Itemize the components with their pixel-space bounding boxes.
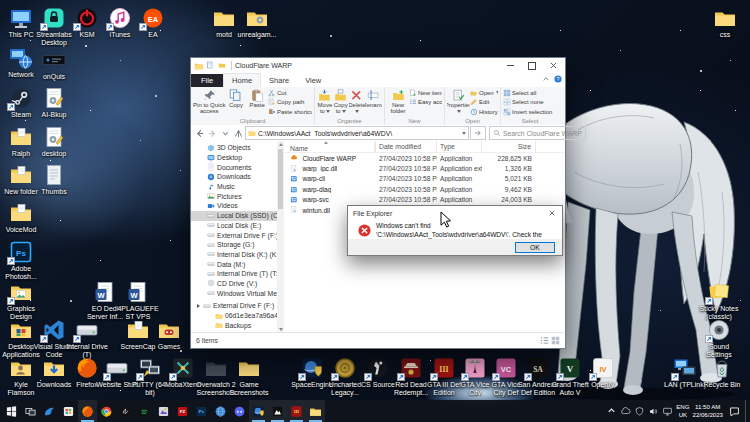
new-item-button[interactable]: New item	[409, 88, 442, 98]
nav-item-videos[interactable]: Videos	[191, 201, 277, 211]
nav-item-external-drive-f-f[interactable]: External Drive F (F:)	[191, 301, 277, 311]
file-row-warp-svc[interactable]: warp-svc27/04/2023 10:58 PMApplication24…	[284, 195, 565, 205]
copy-path-button[interactable]: Copy path	[268, 98, 312, 108]
back-button[interactable]	[193, 127, 205, 139]
collapse-ribbon-icon[interactable]	[542, 75, 550, 83]
qat-new-folder-icon[interactable]	[218, 61, 226, 69]
desktop-icon-openiv[interactable]: IVOpenIV	[586, 356, 620, 389]
desktop-icon-adobe-photosh[interactable]: PsAdobe Photosh...	[4, 240, 38, 281]
tray-chevron-up-icon[interactable]	[606, 402, 617, 420]
address-path[interactable]: C:\Windows\AAct_Tools\wdvdriver\a64WDV\	[258, 130, 460, 137]
tray-speaker-icon[interactable]	[648, 406, 659, 417]
nav-item-music[interactable]: Music	[191, 182, 277, 192]
tab-share[interactable]: Share	[261, 74, 297, 87]
new-folder-button[interactable]: New folder	[387, 88, 409, 117]
properties-button[interactable]: Properties	[447, 88, 470, 117]
file-row-warp-cli[interactable]: warp-cli27/04/2023 10:58 PMApplication5,…	[284, 174, 565, 184]
taskbar-spaceengine-button[interactable]	[249, 400, 268, 422]
address-bar[interactable]: C:\Windows\AAct_Tools\wdvdriver\a64WDV\	[245, 126, 469, 140]
desktop-icon-grand-theft-auto-v[interactable]: VGrand Theft Auto V	[553, 356, 587, 397]
language-indicator[interactable]: ENG UK	[676, 403, 689, 419]
tray-cloud-icon[interactable]	[620, 406, 631, 417]
desktop-icon-onquis[interactable]: onQuis	[37, 48, 71, 81]
nav-item-storage-g[interactable]: Storage (G:)	[191, 240, 277, 250]
copy-to-button[interactable]: Copy to	[333, 88, 349, 117]
scroll-down-icon[interactable]	[279, 328, 283, 331]
desktop-icon-ai-bkup[interactable]: AI-Bkup	[37, 86, 71, 119]
desktop-icon-thumbs[interactable]: Thumbs	[37, 163, 71, 196]
show-desktop-button[interactable]	[745, 400, 749, 422]
taskbar-start-button[interactable]	[2, 400, 21, 422]
delete-button[interactable]: Delete	[349, 88, 366, 117]
ok-button[interactable]: OK	[515, 242, 555, 253]
desktop-icon-css[interactable]: css	[708, 6, 742, 39]
taskbar-capture-button[interactable]	[154, 400, 173, 422]
taskbar-mountain-button[interactable]	[268, 400, 287, 422]
desktop-icon-games[interactable]: Games	[152, 318, 186, 351]
file-row-cloudflare-warp[interactable]: CloudFlare WARP27/04/2023 10:58 PMApplic…	[284, 153, 565, 163]
paste-shortcut-button[interactable]: Paste shortcut	[268, 107, 312, 117]
nav-item-backups[interactable]: Backups	[191, 320, 277, 330]
qat-properties-icon[interactable]	[206, 61, 214, 69]
tab-file[interactable]: File	[191, 74, 223, 87]
help-icon[interactable]: ?	[554, 75, 562, 83]
select-none-button[interactable]: Select none	[503, 98, 557, 108]
view-details-button[interactable]	[540, 336, 549, 345]
recent-locations-button[interactable]	[219, 127, 231, 139]
desktop-icon-4plaguefest-vps[interactable]: W4PLAGUEFEST VPS	[121, 280, 155, 321]
desktop-icon-internal-drive-t[interactable]: Internal Drive (T)	[70, 318, 104, 359]
taskbar-store-button[interactable]	[59, 400, 78, 422]
desktop-icon-streamlabs-desktop[interactable]: Streamlabs Desktop	[37, 6, 71, 47]
action-center-button[interactable]	[726, 406, 742, 417]
nav-item-pictures[interactable]: Pictures	[191, 191, 277, 201]
taskbar-photoshop-button[interactable]: Ps	[192, 400, 211, 422]
go-to-button[interactable]	[470, 126, 486, 140]
rename-button[interactable]: Rename	[365, 88, 382, 117]
title-bar[interactable]: CloudFlare WARP	[191, 58, 565, 73]
tab-home[interactable]: Home	[223, 73, 261, 87]
nav-scrollbar[interactable]	[277, 141, 284, 333]
nav-item-external-drive-f-f[interactable]: External Drive F (F:)	[191, 230, 277, 240]
forward-button[interactable]	[206, 127, 218, 139]
taskbar-spotify-button[interactable]	[135, 400, 154, 422]
file-row-warp-diag[interactable]: warp-diag27/04/2023 10:58 PMApplication9…	[284, 184, 565, 194]
desktop-icon-sticky-notes-classic[interactable]: Sticky Notes (classic)	[702, 280, 736, 321]
maximize-button[interactable]	[521, 58, 543, 73]
desktop-icon-ea[interactable]: EAEA	[136, 6, 170, 39]
tray-shield-icon[interactable]	[634, 406, 645, 417]
taskbar-globe-button[interactable]	[211, 400, 230, 422]
address-dropdown-icon[interactable]	[462, 132, 466, 135]
column-type[interactable]: Type	[437, 141, 482, 152]
history-button[interactable]: History	[470, 107, 498, 117]
quick-access-toolbar[interactable]	[206, 61, 228, 70]
scroll-up-icon[interactable]	[279, 143, 283, 146]
copy-button[interactable]: Copy	[226, 88, 247, 117]
invert-selection-button[interactable]: Invert selection	[503, 107, 557, 117]
view-thumbnails-button[interactable]	[551, 336, 560, 345]
open-button[interactable]: Open	[470, 88, 498, 98]
taskbar-filezilla-button[interactable]: FZ	[173, 400, 192, 422]
minimize-button[interactable]	[499, 58, 521, 73]
desktop-icon-sound-settings[interactable]: Sound Settings	[702, 318, 736, 359]
tray-lan-icon[interactable]	[662, 406, 673, 417]
nav-item-windows-virtual-memory[interactable]: Windows Virtual Memory (	[191, 288, 277, 298]
taskbar-task-view-button[interactable]	[21, 400, 40, 422]
desktop-icon-unrealgam[interactable]: unrealgam...	[240, 6, 274, 39]
nav-item-3d-objects[interactable]: 3D Objects	[191, 143, 277, 153]
taskbar-firefox-button[interactable]	[78, 400, 97, 422]
column-date-modified[interactable]: Date modified	[376, 141, 437, 152]
paste-button[interactable]: Paste	[246, 88, 268, 117]
desktop-icon-uncharted-legacy[interactable]: Uncharted Legacy...	[328, 356, 362, 397]
desktop-icon-desktop[interactable]: desktop	[37, 125, 71, 158]
column-name[interactable]: Name	[284, 141, 376, 152]
taskbar-gta3-button[interactable]: III	[287, 400, 306, 422]
desktop-icon-voicemod[interactable]: VoiceMod	[4, 201, 38, 234]
taskbar-explorer-button[interactable]	[306, 400, 325, 422]
dialog-title-bar[interactable]: File Explorer	[348, 206, 562, 219]
desktop-icon-putty-64-bit[interactable]: PuTTY (64-bit)	[133, 356, 167, 397]
nav-item-desktop[interactable]: Desktop	[191, 153, 277, 163]
move-to-button[interactable]: Move to	[317, 88, 333, 117]
desktop-icon-recycle-bin[interactable]: Recycle Bin	[705, 356, 739, 389]
taskbar-chrome-button[interactable]	[97, 400, 116, 422]
clock[interactable]: 11:50 AM 22/06/2023	[693, 403, 724, 419]
